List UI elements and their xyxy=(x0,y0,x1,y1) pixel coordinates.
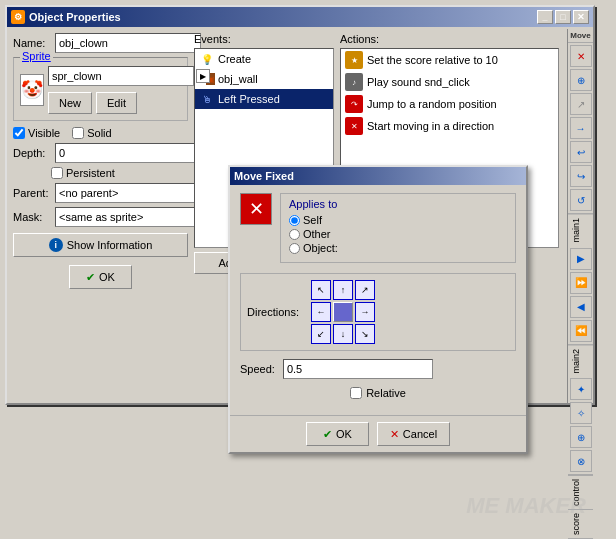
sprite-group-label[interactable]: Sprite xyxy=(20,50,53,62)
mask-label: Mask: xyxy=(13,211,51,223)
dialog-cancel-x-icon: ✕ xyxy=(390,428,399,441)
visible-label: Visible xyxy=(28,127,60,139)
sound-action-icon: ♪ xyxy=(345,73,363,91)
score-action-icon: ★ xyxy=(345,51,363,69)
solid-label: Solid xyxy=(87,127,111,139)
dir-n[interactable]: ↑ xyxy=(333,280,353,300)
dir-ne[interactable]: ↗ xyxy=(355,280,375,300)
mask-row: Mask: ▶ xyxy=(13,207,188,227)
toolbar-btn-9[interactable]: ⏩ xyxy=(570,272,592,294)
dialog-title-text: Move Fixed xyxy=(234,170,294,182)
toolbar-main2-label: main2 xyxy=(568,345,593,377)
info-icon: i xyxy=(49,238,63,252)
action-jump[interactable]: ↷ Jump to a random position xyxy=(341,93,558,115)
toolbar-main1-label: main1 xyxy=(568,214,593,246)
sprite-name-input[interactable] xyxy=(48,66,194,86)
edit-sprite-button[interactable]: Edit xyxy=(96,92,137,114)
window-icon: ⚙ xyxy=(11,10,25,24)
persistent-label: Persistent xyxy=(66,167,115,179)
speed-input[interactable] xyxy=(283,359,433,379)
radio-object[interactable] xyxy=(289,243,300,254)
solid-checkbox[interactable] xyxy=(72,127,84,139)
toolbar-btn-12[interactable]: ✦ xyxy=(570,378,592,400)
action-score[interactable]: ★ Set the score relative to 10 xyxy=(341,49,558,71)
sprite-buttons: New Edit xyxy=(48,92,210,114)
new-sprite-button[interactable]: New xyxy=(48,92,92,114)
radio-other-item: Other xyxy=(289,228,507,240)
direction-grid: ↖ ↑ ↗ ← → ↙ ↓ ↘ xyxy=(311,280,375,344)
action-sound[interactable]: ♪ Play sound snd_click xyxy=(341,71,558,93)
toolbar-btn-1[interactable]: ✕ xyxy=(570,45,592,67)
toolbar-btn-5[interactable]: ↩ xyxy=(570,141,592,163)
dialog-ok-check-icon: ✔ xyxy=(323,428,332,441)
speed-label: Speed: xyxy=(240,363,275,375)
radio-other[interactable] xyxy=(289,229,300,240)
radio-object-label: Object: xyxy=(303,242,338,254)
visible-solid-row: Visible Solid xyxy=(13,127,188,139)
ok-check-icon: ✔ xyxy=(86,271,95,284)
close-button[interactable]: ✕ xyxy=(573,10,589,24)
dialog-header: ✕ Applies to Self Other Object: xyxy=(240,193,516,263)
event-obj-wall[interactable]: ◀▣ obj_wall xyxy=(195,69,333,89)
dir-w[interactable]: ← xyxy=(311,302,331,322)
relative-row: Relative xyxy=(240,387,516,399)
applies-to-group: Applies to Self Other Object: xyxy=(280,193,516,263)
persistent-checkbox[interactable] xyxy=(51,167,63,179)
radio-self[interactable] xyxy=(289,215,300,226)
move-action-icon: ✕ xyxy=(345,117,363,135)
directions-label: Directions: xyxy=(247,306,299,318)
dir-nw[interactable]: ↖ xyxy=(311,280,331,300)
minimize-button[interactable]: _ xyxy=(537,10,553,24)
speed-row: Speed: xyxy=(240,359,516,379)
move-fixed-dialog: Move Fixed ✕ Applies to Self Other Obje xyxy=(228,165,528,454)
dialog-ok-button[interactable]: ✔ OK xyxy=(306,422,369,446)
toolbar-btn-8[interactable]: ▶ xyxy=(570,248,592,270)
name-label: Name: xyxy=(13,37,51,49)
sprite-preview: 🤡 xyxy=(20,74,44,106)
toolbar-move-label: Move xyxy=(568,29,593,43)
dir-s[interactable]: ↓ xyxy=(333,324,353,344)
toolbar-btn-4[interactable]: → xyxy=(570,117,592,139)
radio-object-item: Object: xyxy=(289,242,507,254)
main-window-title: Object Properties xyxy=(29,11,121,23)
persistent-checkbox-item: Persistent xyxy=(51,167,115,179)
move-icon: ✕ xyxy=(249,198,264,220)
toolbar-btn-13[interactable]: ✧ xyxy=(570,402,592,424)
toolbar-btn-6[interactable]: ↪ xyxy=(570,165,592,187)
toolbar-btn-14[interactable]: ⊕ xyxy=(570,426,592,448)
toolbar-btn-3[interactable]: ↗ xyxy=(570,93,592,115)
toolbar-btn-11[interactable]: ⏪ xyxy=(570,320,592,342)
name-input[interactable] xyxy=(55,33,201,53)
parent-row: Parent: ▶ xyxy=(13,183,188,203)
persistent-row: Persistent xyxy=(51,167,188,179)
visible-checkbox[interactable] xyxy=(13,127,25,139)
toolbar-btn-2[interactable]: ⊕ xyxy=(570,69,592,91)
jump-action-icon: ↷ xyxy=(345,95,363,113)
main-ok-button[interactable]: ✔ OK xyxy=(69,265,132,289)
toolbar-btn-15[interactable]: ⊗ xyxy=(570,450,592,472)
depth-input[interactable] xyxy=(55,143,201,163)
relative-label: Relative xyxy=(366,387,406,399)
event-left-pressed[interactable]: 🖱 Left Pressed xyxy=(195,89,333,109)
dir-center[interactable] xyxy=(333,302,353,322)
action-move[interactable]: ✕ Start moving in a direction xyxy=(341,115,558,137)
sprite-nav-icon[interactable]: ▶ xyxy=(196,69,210,83)
dir-se[interactable]: ↘ xyxy=(355,324,375,344)
dir-sw[interactable]: ↙ xyxy=(311,324,331,344)
toolbar-control-label: control xyxy=(568,475,593,509)
show-info-button[interactable]: i Show Information xyxy=(13,233,188,257)
relative-checkbox[interactable] xyxy=(350,387,362,399)
applies-to-label: Applies to xyxy=(289,198,507,210)
dialog-content: ✕ Applies to Self Other Object: xyxy=(230,185,526,415)
event-create[interactable]: 💡 Create xyxy=(195,49,333,69)
dialog-cancel-button[interactable]: ✕ Cancel xyxy=(377,422,450,446)
mask-input[interactable] xyxy=(55,207,201,227)
radio-self-item: Self xyxy=(289,214,507,226)
maximize-button[interactable]: □ xyxy=(555,10,571,24)
parent-input[interactable] xyxy=(55,183,201,203)
solid-checkbox-item: Solid xyxy=(72,127,111,139)
toolbar-btn-7[interactable]: ↺ xyxy=(570,189,592,211)
toolbar-btn-10[interactable]: ◀ xyxy=(570,296,592,318)
create-event-icon: 💡 xyxy=(199,51,215,67)
dir-e[interactable]: → xyxy=(355,302,375,322)
